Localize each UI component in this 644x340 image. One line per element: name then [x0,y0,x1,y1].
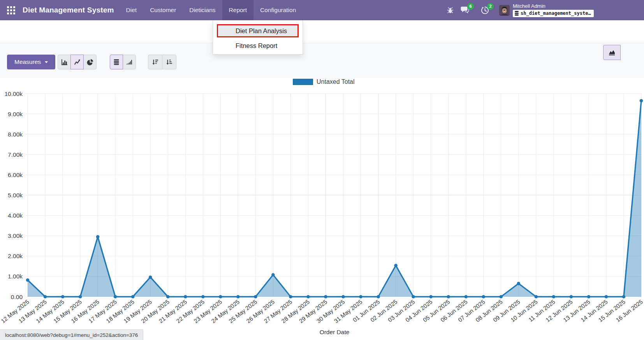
series-line [28,101,641,297]
data-point[interactable] [377,295,380,299]
avatar[interactable] [499,5,510,16]
data-point[interactable] [394,264,398,267]
menu-item-configuration[interactable]: Configuration [253,0,303,20]
sort-descending-button[interactable] [148,55,162,69]
y-tick-label: 4.00k [8,212,23,219]
data-point[interactable] [26,278,30,282]
data-point[interactable] [166,295,170,299]
messages-icon[interactable]: 6 [460,6,469,14]
bug-glyph [447,7,454,14]
data-point[interactable] [289,295,292,299]
sort-desc-icon [152,59,158,66]
sort-ascending-button[interactable] [162,55,176,69]
data-point[interactable] [535,295,538,299]
data-point[interactable] [201,295,205,299]
data-point[interactable] [517,282,521,285]
series-area-fill [28,101,641,297]
data-point[interactable] [149,276,152,279]
pie-chart-icon [87,59,93,66]
y-tick-label: 10.00k [4,90,23,97]
data-point[interactable] [622,295,626,299]
data-point[interactable] [429,295,433,299]
data-point[interactable] [552,295,556,299]
area-chart-view-icon [609,49,615,56]
data-point[interactable] [114,295,117,299]
report-menu-dropdown: Diet Plan Analysis Fitness Report [213,20,303,55]
database-name: sh_diet_management_syste… [521,11,591,16]
caret-down-icon [45,61,48,63]
data-point[interactable] [499,295,503,299]
activities-clock-icon[interactable]: 2 [480,6,489,14]
measures-label: Measures [14,58,41,66]
data-point[interactable] [464,295,468,299]
y-tick-label: 2.00k [8,253,23,259]
data-point[interactable] [447,295,450,299]
apps-grid-icon[interactable] [5,5,16,16]
data-point[interactable] [96,235,100,239]
data-point[interactable] [605,295,608,299]
line-chart-icon [74,59,81,66]
pie-chart-button[interactable] [83,55,97,69]
menu-item-diet[interactable]: Diet [120,0,144,20]
order-date-line-chart: 0.001.00k2.00k3.00k4.00k5.00k6.00k7.00k8… [0,88,644,340]
data-point[interactable] [640,99,643,103]
data-point[interactable] [412,295,415,299]
data-point[interactable] [306,295,310,299]
app-menu: DietCustomerDieticiansReportConfiguratio… [120,0,303,20]
app-title: Diet Management System [23,6,114,14]
menu-item-fitness-report[interactable]: Fitness Report [213,40,303,51]
activities-count-badge: 2 [487,3,494,10]
debug-bug-icon[interactable] [446,7,454,14]
data-point[interactable] [219,295,222,299]
sort-group [148,55,176,69]
menu-item-dieticians[interactable]: Dieticians [183,0,222,20]
stack-options-group [110,55,136,69]
data-point[interactable] [324,295,327,299]
data-point[interactable] [131,295,135,299]
measures-button[interactable]: Measures [7,55,55,69]
graph-toolbar: Measures [0,44,644,78]
database-icon [515,11,519,16]
bar-chart-button[interactable] [58,55,71,69]
data-point[interactable] [341,295,345,299]
apps-grid-glyph [7,6,15,14]
status-url: localhost:8080/web?debug=1#menu_id=252&a… [5,332,138,338]
data-point[interactable] [44,295,47,299]
chart-region: Untaxed Total 0.001.00k2.00k3.00k4.00k5.… [0,78,644,340]
browser-status-bar: localhost:8080/web?debug=1#menu_id=252&a… [0,329,143,340]
chart-type-group [58,55,97,69]
cumulative-toggle-button[interactable] [123,55,136,69]
stacked-toggle-button[interactable] [110,55,123,69]
graph-view-button[interactable] [603,45,621,60]
y-tick-label: 8.00k [8,131,23,138]
y-tick-label: 7.00k [8,151,23,158]
menu-item-report[interactable]: Report [222,0,254,20]
systray: 6 2 Mitchell Admin [446,0,594,20]
menu-item-customer[interactable]: Customer [143,0,183,20]
data-point[interactable] [79,295,82,299]
y-tick-label: 6.00k [8,172,23,178]
bar-chart-icon [61,59,68,66]
data-point[interactable] [359,295,362,299]
legend-label: Untaxed Total [317,78,355,85]
data-point[interactable] [482,295,485,299]
menu-item-diet-plan-analysis[interactable]: Diet Plan Analysis [217,24,299,37]
y-tick-label: 5.00k [8,192,23,198]
cumulative-icon [126,59,132,65]
data-point[interactable] [61,295,65,299]
data-point[interactable] [184,295,187,299]
data-point[interactable] [254,295,257,299]
legend-swatch [293,79,313,85]
user-menu[interactable]: Mitchell Admin sh_diet_management_syste… [513,4,594,17]
control-panel: Diet Plan Analysis Sales Order Date: Las… [0,20,644,43]
database-badge: sh_diet_management_syste… [513,10,594,17]
y-tick-label: 3.00k [8,232,23,239]
data-point[interactable] [587,295,591,299]
data-point[interactable] [271,273,275,276]
top-navbar: Diet Management System DietCustomerDieti… [0,0,644,20]
messages-count-badge: 6 [467,3,474,10]
line-chart-button[interactable] [70,55,84,69]
data-point[interactable] [570,295,573,299]
data-point[interactable] [236,295,240,299]
chart-legend[interactable]: Untaxed Total [293,78,355,85]
